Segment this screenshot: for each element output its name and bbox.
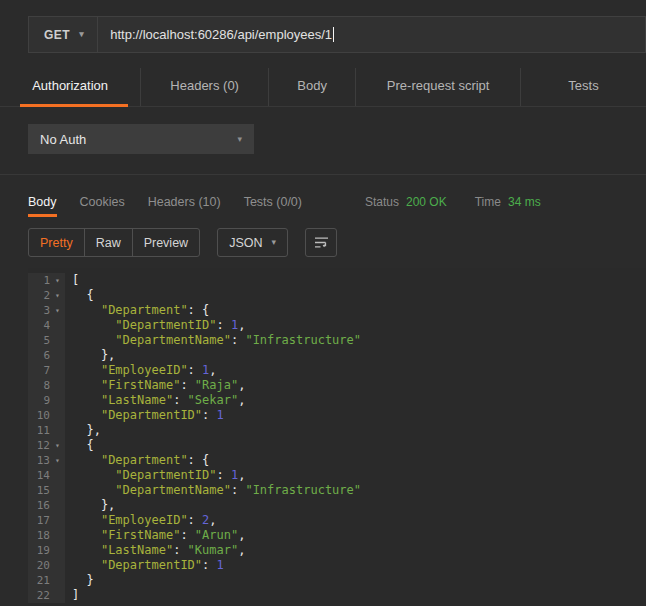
line-number: 1 xyxy=(28,273,50,288)
response-tab-cookies[interactable]: Cookies xyxy=(80,195,125,220)
status-badge: 200 OK xyxy=(406,195,447,209)
view-mode-preview[interactable]: Preview xyxy=(132,229,199,256)
tab-headers[interactable]: Headers (0) xyxy=(140,68,268,106)
wrap-text-button[interactable] xyxy=(305,228,337,257)
code-text: "LastName": "Kumar", xyxy=(65,543,245,558)
code-line: 16 }, xyxy=(28,498,646,513)
code-line: 12▾ { xyxy=(28,438,646,453)
code-text: "Department": { xyxy=(65,303,209,318)
fold-toggle-icon[interactable]: ▾ xyxy=(50,273,65,288)
code-line: 19 "LastName": "Kumar", xyxy=(28,543,646,558)
fold-gutter xyxy=(50,408,65,423)
tab-label: Headers (10) xyxy=(148,195,221,209)
code-text: "DepartmentID": 1, xyxy=(65,468,245,483)
code-line: 14 "DepartmentID": 1, xyxy=(28,468,646,483)
fold-gutter xyxy=(50,468,65,483)
line-number: 6 xyxy=(28,348,50,363)
code-text: "DepartmentName": "Infrastructure" xyxy=(65,333,361,348)
line-number: 2 xyxy=(28,288,50,303)
fold-gutter xyxy=(50,498,65,513)
auth-type-select[interactable]: No Auth ▾ xyxy=(28,124,254,154)
code-text: "LastName": "Sekar", xyxy=(65,393,245,408)
response-meta: Status 200 OK Time 34 ms xyxy=(365,195,541,209)
method-select[interactable]: GET ▾ xyxy=(29,17,98,52)
code-line: 2▾ { xyxy=(28,288,646,303)
auth-type-value: No Auth xyxy=(40,132,86,147)
fold-gutter xyxy=(50,483,65,498)
request-tabs: Authorization Headers (0) Body Pre-reque… xyxy=(0,68,646,107)
code-text: } xyxy=(65,573,94,588)
fold-toggle-icon[interactable]: ▾ xyxy=(50,303,65,318)
url-group: GET ▾ http://localhost:60286/api/employe… xyxy=(28,16,646,53)
line-number: 13 xyxy=(28,453,50,468)
code-text: ] xyxy=(65,588,79,603)
api-client-window: GET ▾ http://localhost:60286/api/employe… xyxy=(0,0,646,606)
time-label: Time xyxy=(475,195,501,209)
code-text: "FirstName": "Raja", xyxy=(65,378,245,393)
fold-gutter xyxy=(50,393,65,408)
code-line: 22] xyxy=(28,588,646,603)
response-tab-body[interactable]: Body xyxy=(28,195,57,220)
code-text: "Department": { xyxy=(65,453,209,468)
tab-tests[interactable]: Tests xyxy=(520,68,646,106)
fold-toggle-icon[interactable]: ▾ xyxy=(50,288,65,303)
code-text: "FirstName": "Arun", xyxy=(65,528,245,543)
code-line: 3▾ "Department": { xyxy=(28,303,646,318)
tab-body[interactable]: Body xyxy=(268,68,355,106)
code-text: }, xyxy=(65,348,115,363)
tab-label: Body xyxy=(28,195,57,209)
url-input[interactable]: http://localhost:60286/api/employees/1 xyxy=(98,17,645,52)
code-line: 13▾ "Department": { xyxy=(28,453,646,468)
fold-gutter xyxy=(50,318,65,333)
request-bar: GET ▾ http://localhost:60286/api/employe… xyxy=(28,16,646,53)
code-text: "EmployeeID": 2, xyxy=(65,513,217,528)
line-number: 8 xyxy=(28,378,50,393)
tab-label: Authorization xyxy=(32,78,108,93)
tab-authorization[interactable]: Authorization xyxy=(0,68,140,106)
line-number: 4 xyxy=(28,318,50,333)
line-number: 22 xyxy=(28,588,50,603)
line-number: 18 xyxy=(28,528,50,543)
code-text: "DepartmentID": 1 xyxy=(65,558,224,573)
response-tab-headers[interactable]: Headers (10) xyxy=(148,195,221,220)
code-lines: 1▾[2▾ {3▾ "Department": {4 "DepartmentID… xyxy=(28,273,646,603)
line-number: 5 xyxy=(28,333,50,348)
fold-gutter xyxy=(50,363,65,378)
code-line: 7 "EmployeeID": 1, xyxy=(28,363,646,378)
line-number: 3 xyxy=(28,303,50,318)
tab-label: Tests (0/0) xyxy=(244,195,302,209)
tab-label: Tests xyxy=(568,78,598,93)
method-label: GET xyxy=(44,28,70,42)
view-mode-raw[interactable]: Raw xyxy=(84,229,132,256)
code-line: 21 } xyxy=(28,573,646,588)
authorization-panel: No Auth ▾ xyxy=(0,107,646,175)
tab-label: Pre-request script xyxy=(387,78,490,93)
code-text: "DepartmentID": 1, xyxy=(65,318,245,333)
chevron-down-icon: ▾ xyxy=(237,135,242,144)
code-text: { xyxy=(65,438,94,453)
tab-pre-request-script[interactable]: Pre-request script xyxy=(355,68,520,106)
code-line: 18 "FirstName": "Arun", xyxy=(28,528,646,543)
code-text: "DepartmentID": 1 xyxy=(65,408,224,423)
line-number: 14 xyxy=(28,468,50,483)
format-select[interactable]: JSON ▾ xyxy=(217,228,288,257)
fold-toggle-icon[interactable]: ▾ xyxy=(50,453,65,468)
fold-gutter xyxy=(50,378,65,393)
code-line: 17 "EmployeeID": 2, xyxy=(28,513,646,528)
tab-label: Headers (0) xyxy=(170,78,239,93)
view-mode-pretty[interactable]: Pretty xyxy=(29,229,84,256)
fold-gutter xyxy=(50,528,65,543)
wrap-text-icon xyxy=(314,236,329,249)
response-tab-tests[interactable]: Tests (0/0) xyxy=(244,195,302,220)
seg-label: Raw xyxy=(96,236,121,250)
response-body-viewer[interactable]: 1▾[2▾ {3▾ "Department": {4 "DepartmentID… xyxy=(28,268,646,606)
chevron-down-icon: ▾ xyxy=(79,30,84,39)
code-text: "EmployeeID": 1, xyxy=(65,363,217,378)
code-line: 4 "DepartmentID": 1, xyxy=(28,318,646,333)
fold-gutter xyxy=(50,333,65,348)
code-line: 5 "DepartmentName": "Infrastructure" xyxy=(28,333,646,348)
fold-toggle-icon[interactable]: ▾ xyxy=(50,438,65,453)
code-line: 20 "DepartmentID": 1 xyxy=(28,558,646,573)
seg-label: Preview xyxy=(144,236,188,250)
fold-gutter xyxy=(50,588,65,603)
